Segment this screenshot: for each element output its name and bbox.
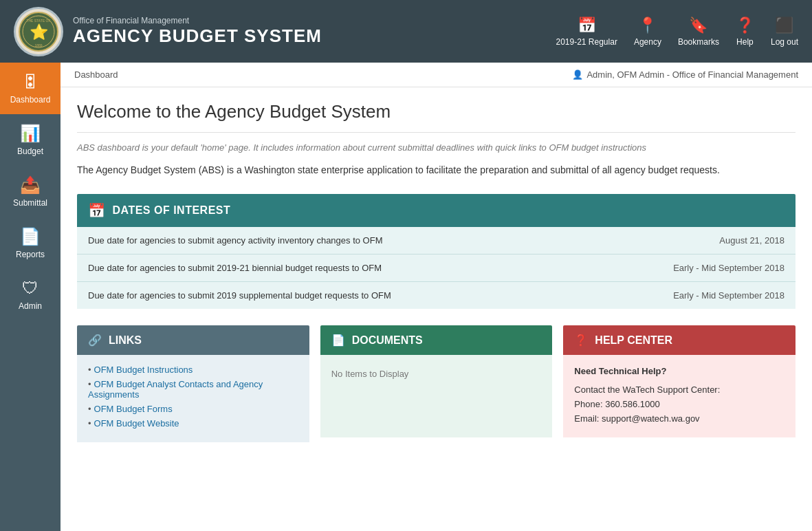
links-section: 🔗 LINKS •OFM Budget Instructions•OFM Bud… xyxy=(77,325,309,442)
bullet-icon: • xyxy=(88,379,91,389)
nav-agency[interactable]: 📍 Agency xyxy=(634,17,661,47)
list-item[interactable]: •OFM Budget Instructions xyxy=(88,365,298,375)
sidebar-admin-label: Admin xyxy=(19,301,42,311)
date-label: Due date for agencies to submit 2019 sup… xyxy=(77,282,586,310)
svg-text:⭐: ⭐ xyxy=(30,23,49,41)
nav-help-label: Help xyxy=(736,37,754,47)
sidebar-submittal-label: Submittal xyxy=(13,198,47,208)
app-layout: 🎛 Dashboard 📊 Budget 📤 Submittal 📄 Repor… xyxy=(0,63,812,531)
agency-icon: 📍 xyxy=(638,17,657,34)
admin-icon: 🛡 xyxy=(22,279,39,298)
date-value: August 21, 2018 xyxy=(586,227,795,254)
nav-logout-label: Log out xyxy=(771,37,798,47)
user-name: Admin, OFM Admin - Office of Financial M… xyxy=(586,69,798,80)
documents-section: 📄 DOCUMENTS No Items to Display xyxy=(320,325,553,442)
submittal-icon: 📤 xyxy=(20,175,41,195)
date-label: Due date for agencies to submit agency a… xyxy=(77,227,586,254)
help-icon: ❓ xyxy=(736,17,754,34)
org-logo: ⭐ THE STATE OF 1889 xyxy=(14,7,63,56)
dates-header: 📅 DATES OF INTEREST xyxy=(77,194,795,227)
nav-calendar[interactable]: 📅 2019-21 Regular xyxy=(556,17,617,47)
breadcrumb: Dashboard xyxy=(74,69,118,80)
links-icon: 🔗 xyxy=(88,334,102,347)
sidebar-dashboard-label: Dashboard xyxy=(10,95,51,105)
docs-empty-message: No Items to Display xyxy=(331,369,409,379)
docs-header-label: DOCUMENTS xyxy=(352,334,423,347)
dates-section: 📅 DATES OF INTEREST Due date for agencie… xyxy=(77,194,795,309)
help-email: Email: support@watech.wa.gov xyxy=(574,412,784,426)
sidebar-budget-label: Budget xyxy=(17,147,43,156)
svg-text:1889: 1889 xyxy=(34,43,42,47)
svg-text:THE STATE OF: THE STATE OF xyxy=(26,19,50,23)
date-value: Early - Mid September 2018 xyxy=(586,254,795,282)
nav-calendar-label: 2019-21 Regular xyxy=(556,37,617,47)
sidebar-item-admin[interactable]: 🛡 Admin xyxy=(0,269,61,321)
main-content: Dashboard 👤 Admin, OFM Admin - Office of… xyxy=(61,63,812,531)
page-description: The Agency Budget System (ABS) is a Wash… xyxy=(77,162,795,177)
reports-icon: 📄 xyxy=(20,227,41,246)
user-icon: 👤 xyxy=(572,69,583,80)
nav-bookmarks-label: Bookmarks xyxy=(678,37,719,47)
table-row: Due date for agencies to submit 2019-21 … xyxy=(77,254,795,282)
links-header-label: LINKS xyxy=(109,334,142,347)
links-header: 🔗 LINKS xyxy=(77,325,309,355)
bottom-sections: 🔗 LINKS •OFM Budget Instructions•OFM Bud… xyxy=(77,325,795,442)
logout-icon: ⬛ xyxy=(775,17,793,34)
help-contact: Contact the WaTech Support Center: xyxy=(574,383,784,398)
header-app-title: AGENCY BUDGET SYSTEM xyxy=(73,25,322,47)
docs-icon: 📄 xyxy=(331,334,345,347)
help-phone: Phone: 360.586.1000 xyxy=(574,398,784,412)
sidebar-reports-label: Reports xyxy=(16,250,45,259)
breadcrumb-bar: Dashboard 👤 Admin, OFM Admin - Office of… xyxy=(61,63,812,87)
header-org-name: Office of Financial Management xyxy=(73,16,322,25)
user-info: 👤 Admin, OFM Admin - Office of Financial… xyxy=(572,69,798,80)
dates-table: Due date for agencies to submit agency a… xyxy=(77,227,795,309)
bullet-icon: • xyxy=(88,404,91,414)
dates-icon: 📅 xyxy=(88,202,106,219)
header-branding: ⭐ THE STATE OF 1889 Office of Financial … xyxy=(14,7,322,56)
table-row: Due date for agencies to submit agency a… xyxy=(77,227,795,254)
page-body: Welcome to the Agency Budget System ABS … xyxy=(61,87,812,456)
header-navigation: 📅 2019-21 Regular 📍 Agency 🔖 Bookmarks ❓… xyxy=(556,17,798,47)
sidebar: 🎛 Dashboard 📊 Budget 📤 Submittal 📄 Repor… xyxy=(0,63,61,531)
nav-agency-label: Agency xyxy=(634,37,661,47)
date-value: Early - Mid September 2018 xyxy=(586,282,795,310)
nav-logout[interactable]: ⬛ Log out xyxy=(771,17,798,47)
sidebar-item-submittal[interactable]: 📤 Submittal xyxy=(0,166,61,217)
date-label: Due date for agencies to submit 2019-21 … xyxy=(77,254,586,282)
help-header-label: HELP CENTER xyxy=(595,334,672,347)
budget-icon: 📊 xyxy=(20,124,41,143)
help-section: ❓ HELP CENTER Need Technical Help? Conta… xyxy=(563,325,795,442)
bullet-icon: • xyxy=(88,365,91,375)
links-body: •OFM Budget Instructions•OFM Budget Anal… xyxy=(77,355,309,442)
help-header: ❓ HELP CENTER xyxy=(563,325,795,355)
app-header: ⭐ THE STATE OF 1889 Office of Financial … xyxy=(0,0,812,63)
bookmarks-icon: 🔖 xyxy=(689,17,707,34)
bullet-icon: • xyxy=(88,418,91,429)
list-item[interactable]: •OFM Budget Analyst Contacts and Agency … xyxy=(88,379,298,400)
nav-help[interactable]: ❓ Help xyxy=(736,17,754,47)
sidebar-item-budget[interactable]: 📊 Budget xyxy=(0,114,61,166)
sidebar-item-reports[interactable]: 📄 Reports xyxy=(0,217,61,269)
nav-bookmarks[interactable]: 🔖 Bookmarks xyxy=(678,17,719,47)
help-body: Need Technical Help? Contact the WaTech … xyxy=(563,355,795,437)
table-row: Due date for agencies to submit 2019 sup… xyxy=(77,282,795,310)
help-title: Need Technical Help? xyxy=(574,365,784,379)
header-title-block: Office of Financial Management AGENCY BU… xyxy=(73,16,322,47)
dates-header-label: DATES OF INTEREST xyxy=(113,204,231,217)
docs-header: 📄 DOCUMENTS xyxy=(320,325,553,355)
page-title: Welcome to the Agency Budget System xyxy=(77,101,795,133)
help-header-icon: ❓ xyxy=(574,334,588,347)
list-item[interactable]: •OFM Budget Website xyxy=(88,418,298,429)
docs-body: No Items to Display xyxy=(320,355,553,437)
list-item[interactable]: •OFM Budget Forms xyxy=(88,404,298,414)
page-subtitle: ABS dashboard is your default 'home' pag… xyxy=(77,142,795,153)
sidebar-item-dashboard[interactable]: 🎛 Dashboard xyxy=(0,63,61,114)
calendar-icon: 📅 xyxy=(578,17,596,34)
dashboard-icon: 🎛 xyxy=(22,72,39,91)
